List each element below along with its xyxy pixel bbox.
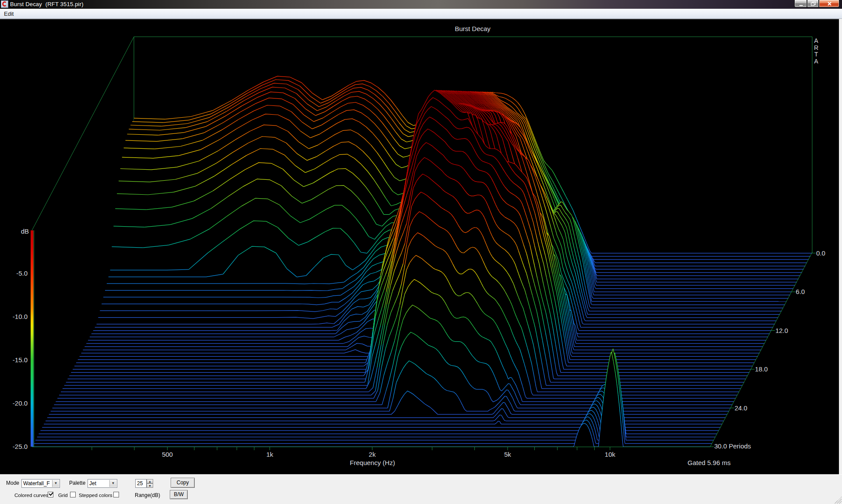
svg-text:24.0: 24.0 [735, 404, 747, 412]
svg-text:A: A [814, 58, 818, 65]
svg-text:1k: 1k [266, 451, 273, 458]
svg-text:-25.0: -25.0 [13, 443, 28, 450]
svg-text:-5.0: -5.0 [16, 270, 28, 277]
svg-text:-20.0: -20.0 [13, 399, 28, 407]
svg-text:T: T [814, 51, 818, 58]
svg-text:6.0: 6.0 [796, 288, 805, 295]
svg-text:Burst Decay: Burst Decay [455, 25, 491, 32]
svg-text:R: R [814, 44, 818, 51]
svg-text:-15.0: -15.0 [13, 356, 28, 364]
svg-text:12.0: 12.0 [775, 327, 788, 334]
svg-text:Frequency (Hz): Frequency (Hz) [350, 459, 395, 466]
svg-text:10k: 10k [605, 451, 616, 458]
svg-text:30.0 Periods: 30.0 Periods [714, 442, 751, 450]
svg-text:5k: 5k [504, 451, 511, 458]
svg-text:dB: dB [21, 228, 29, 235]
svg-text:500: 500 [162, 451, 173, 458]
svg-text:0.0: 0.0 [816, 249, 825, 257]
svg-text:2k: 2k [369, 451, 376, 458]
svg-text:A: A [814, 37, 818, 44]
svg-text:-10.0: -10.0 [13, 313, 28, 320]
svg-text:Gated 5.96 ms: Gated 5.96 ms [688, 459, 730, 466]
svg-text:18.0: 18.0 [755, 365, 768, 373]
